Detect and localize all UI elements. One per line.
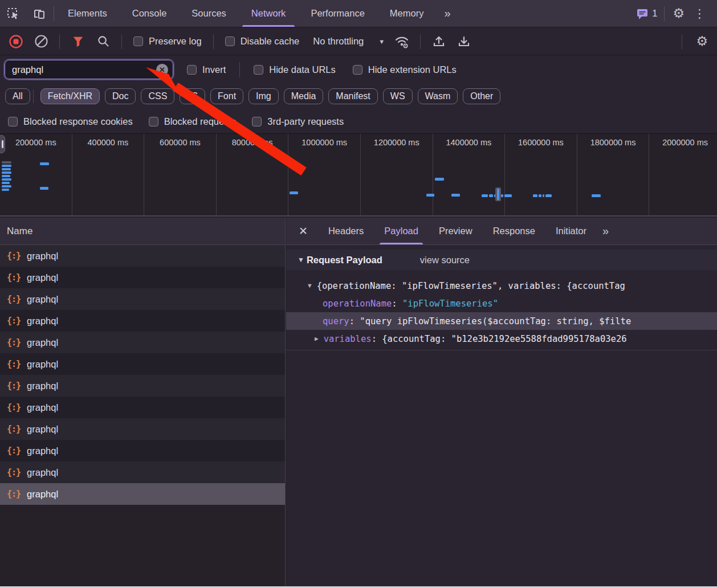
filter-chip-manifest[interactable]: Manifest — [328, 88, 377, 104]
payload-line-0[interactable]: ▼{operationName: "ipFlowTimeseries", var… — [286, 277, 717, 295]
more-panels-icon[interactable]: » — [436, 0, 457, 27]
tab-memory[interactable]: Memory — [377, 0, 437, 27]
filter-chip-img[interactable]: Img — [248, 88, 279, 104]
devtools-tabs: ElementsConsoleSourcesNetworkPerformance… — [55, 0, 436, 27]
tab-elements[interactable]: Elements — [55, 0, 120, 27]
payload-line-2[interactable]: query: "query ipFlowTimeseries($accountT… — [286, 312, 717, 330]
timeline-tick-label: 1400000 ms — [433, 138, 505, 147]
disable-cache-checkbox[interactable]: Disable cache — [225, 36, 300, 47]
request-row[interactable]: {:}graphql — [0, 440, 285, 462]
record-network-log-icon[interactable] — [3, 34, 28, 49]
checkbox[interactable] — [353, 65, 362, 75]
request-row[interactable]: {:}graphql — [0, 353, 285, 375]
filter-chip-font[interactable]: Font — [210, 88, 243, 104]
detail-tab-payload[interactable]: Payload — [374, 218, 429, 244]
tab-sources[interactable]: Sources — [179, 0, 239, 27]
invert-checkbox[interactable]: Invert — [187, 64, 226, 75]
detail-tab-headers[interactable]: Headers — [318, 218, 374, 244]
request-name: graphql — [27, 402, 58, 413]
checkbox[interactable] — [8, 117, 18, 126]
filter-chip-media[interactable]: Media — [284, 88, 324, 104]
request-row[interactable]: {:}graphql — [0, 332, 285, 353]
kebab-menu-icon[interactable]: ⋮ — [691, 7, 712, 21]
blocked-requests-checkbox[interactable]: Blocked requests — [149, 116, 237, 127]
checkbox[interactable] — [133, 36, 143, 46]
blocked-response-cookies-checkbox[interactable]: Blocked response cookies — [8, 116, 133, 127]
filter-input[interactable] — [5, 60, 173, 79]
payload-line-1[interactable]: operationName: "ipFlowTimeseries" — [286, 295, 717, 312]
tab-network[interactable]: Network — [239, 0, 299, 27]
payload-line-3[interactable]: ▶variables: {accountTag: "b12e3b2192ee55… — [286, 330, 717, 348]
request-detail-panel: ✕ HeadersPayloadPreviewResponseInitiator… — [286, 218, 717, 588]
tab-console[interactable]: Console — [120, 0, 180, 27]
hide-extension-urls-checkbox[interactable]: Hide extension URLs — [353, 64, 457, 75]
request-payload-section[interactable]: ▼ Request Payload view source — [286, 250, 717, 270]
request-row[interactable]: {:}graphql — [0, 397, 285, 418]
expand-icon[interactable]: ▶ — [315, 335, 319, 342]
filter-chip-fetch-xhr[interactable]: Fetch/XHR — [40, 88, 100, 104]
timeline-column: 200000 ms — [0, 134, 72, 215]
clear-filter-icon[interactable]: ✕ — [156, 64, 168, 76]
request-name: graphql — [27, 272, 58, 283]
filter-chip-css[interactable]: CSS — [141, 88, 174, 104]
throttling-select[interactable]: No throttling ▼ — [313, 36, 385, 47]
filter-icon[interactable] — [66, 35, 91, 48]
settings-gear-icon[interactable]: ⚙ — [666, 6, 691, 21]
more-detail-tabs-icon[interactable]: » — [597, 218, 613, 244]
request-row[interactable]: {:}graphql — [0, 267, 285, 288]
detail-tab-preview[interactable]: Preview — [429, 218, 483, 244]
timeline-tick-label: 200000 ms — [0, 138, 72, 147]
issues-icon[interactable] — [636, 7, 649, 20]
checkbox[interactable] — [187, 65, 197, 75]
detail-tab-response[interactable]: Response — [483, 218, 545, 244]
name-column-label: Name — [7, 226, 32, 237]
name-column-header[interactable]: Name — [0, 218, 285, 245]
export-har-icon[interactable] — [451, 35, 476, 48]
clear-network-log-icon[interactable] — [28, 34, 54, 48]
search-icon[interactable] — [91, 35, 116, 48]
timeline-column: 1800000 ms — [577, 134, 650, 215]
filter-chip-other[interactable]: Other — [463, 88, 500, 104]
filter-chip-js[interactable]: JS — [180, 88, 205, 104]
inspect-element-icon[interactable] — [0, 0, 26, 27]
waterfall-bar — [435, 178, 444, 181]
filter-chip-doc[interactable]: Doc — [105, 88, 136, 104]
checkbox[interactable] — [149, 117, 158, 126]
request-row[interactable]: {:}graphql — [0, 288, 285, 310]
network-conditions-icon[interactable] — [389, 34, 414, 49]
preserve-log-checkbox[interactable]: Preserve log — [133, 36, 202, 47]
request-row[interactable]: {:}graphql — [0, 310, 285, 332]
json-icon: {:} — [7, 446, 21, 456]
tab-performance[interactable]: Performance — [298, 0, 377, 27]
filter-chip-ws[interactable]: WS — [383, 88, 413, 104]
checkbox[interactable] — [225, 36, 235, 46]
request-row[interactable]: {:}graphql — [0, 418, 285, 440]
import-har-icon[interactable] — [426, 35, 451, 48]
request-name: graphql — [27, 467, 58, 478]
network-overview-timeline[interactable]: 200000 ms400000 ms600000 ms800000 ms1000… — [0, 134, 717, 217]
overview-left-grabber[interactable] — [0, 135, 5, 153]
close-detail-icon[interactable]: ✕ — [286, 218, 318, 244]
timeline-column: 1400000 ms — [433, 134, 506, 215]
3rd-party-requests-checkbox[interactable]: 3rd-party requests — [252, 116, 344, 127]
request-row[interactable]: {:}graphql — [0, 245, 285, 267]
view-source-link[interactable]: view source — [420, 255, 470, 266]
section-title: Request Payload — [307, 255, 382, 266]
device-toolbar-icon[interactable] — [26, 0, 52, 27]
collapse-icon[interactable]: ▼ — [308, 282, 312, 289]
request-name: graphql — [27, 446, 58, 456]
waterfall-bar — [40, 162, 49, 165]
request-row[interactable]: {:}graphql — [0, 483, 285, 505]
collapse-icon[interactable]: ▼ — [298, 256, 304, 264]
request-row[interactable]: {:}graphql — [0, 462, 285, 483]
checkbox[interactable] — [254, 65, 263, 75]
detail-tab-initiator[interactable]: Initiator — [545, 218, 597, 244]
network-settings-gear-icon[interactable]: ⚙ — [689, 34, 717, 49]
hide-data-urls-checkbox[interactable]: Hide data URLs — [254, 64, 335, 75]
filter-chip-all[interactable]: All — [5, 88, 30, 104]
filter-chip-wasm[interactable]: Wasm — [418, 88, 458, 104]
checkbox[interactable] — [252, 117, 262, 126]
request-row[interactable]: {:}graphql — [0, 375, 285, 397]
selected-request-marker — [495, 187, 501, 201]
json-icon: {:} — [7, 251, 21, 261]
